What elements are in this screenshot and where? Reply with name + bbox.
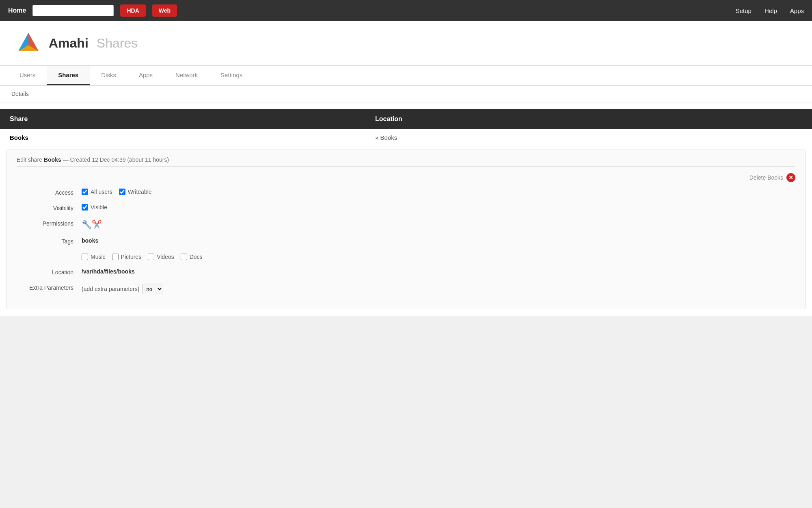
visibility-value: Visible: [82, 204, 107, 211]
visible-checkbox[interactable]: Visible: [82, 204, 107, 211]
topnav-right: Setup Help Apps: [736, 7, 804, 14]
edit-header-pre: Edit share: [17, 156, 42, 163]
tab-users[interactable]: Users: [8, 66, 47, 85]
location-value: /var/hda/files/books: [82, 268, 135, 275]
share-location: » Books: [375, 134, 397, 141]
music-tag-input[interactable]: [82, 254, 88, 260]
tabs-container: Users Shares Disks Apps Network Settings: [0, 65, 812, 86]
table-header: Share Location: [0, 109, 812, 129]
brand-name: Amahi: [49, 36, 89, 51]
location-value-container: /var/hda/files/books: [82, 268, 135, 275]
apps-link[interactable]: Apps: [790, 7, 804, 14]
table-row[interactable]: Books » Books: [0, 129, 812, 146]
help-link[interactable]: Help: [764, 7, 777, 14]
writeable-label: Writeable: [128, 189, 152, 195]
location-label: Location: [17, 268, 82, 276]
visibility-label: Visibility: [17, 204, 82, 211]
tags-value: books: [82, 237, 98, 244]
videos-label: Videos: [157, 254, 174, 260]
docs-label: Docs: [190, 254, 203, 260]
videos-tag-input[interactable]: [148, 254, 154, 260]
permissions-value: 🔧✂️: [82, 219, 102, 229]
tags-value-container: books Music Pictures: [82, 237, 203, 260]
delete-link[interactable]: Delete Books: [749, 174, 783, 181]
edit-panel: Edit share Books — Created 12 Dec 04:39 …: [6, 150, 806, 309]
details-bar: Details: [0, 86, 812, 102]
tab-settings[interactable]: Settings: [209, 66, 254, 85]
edit-header-post: — Created 12 Dec 04:39 (about 11 hours): [63, 156, 169, 163]
search-input[interactable]: [32, 5, 114, 16]
pictures-label: Pictures: [121, 254, 142, 260]
writeable-checkbox[interactable]: Writeable: [119, 189, 152, 195]
share-name: Books: [10, 134, 28, 141]
extra-params-value: (add extra parameters) no yes: [82, 284, 163, 294]
page-title: Shares: [97, 36, 138, 51]
all-users-input[interactable]: [82, 189, 88, 195]
main-content: Users Shares Disks Apps Network Settings…: [0, 65, 812, 316]
tag-options: Music Pictures Videos: [82, 254, 203, 260]
page-header: Amahi Shares: [0, 21, 812, 65]
extra-params-select[interactable]: no yes: [143, 284, 163, 294]
permissions-label: Permissions: [17, 219, 82, 227]
col-share: Share: [0, 109, 365, 129]
details-label: Details: [11, 91, 29, 97]
all-users-label: All users: [91, 189, 112, 195]
permissions-icon[interactable]: 🔧✂️: [82, 219, 102, 229]
home-link[interactable]: Home: [8, 7, 26, 14]
edit-header-name: Books: [44, 156, 61, 163]
tab-disks[interactable]: Disks: [90, 66, 127, 85]
music-label: Music: [91, 254, 106, 260]
videos-tag[interactable]: Videos: [148, 254, 174, 260]
tab-network[interactable]: Network: [164, 66, 209, 85]
delete-area: Delete Books ✕: [17, 173, 795, 182]
music-tag[interactable]: Music: [82, 254, 106, 260]
location-field-row: Location /var/hda/files/books: [17, 268, 795, 276]
access-value: All users Writeable: [82, 189, 152, 195]
visible-label: Visible: [91, 204, 107, 211]
tab-shares[interactable]: Shares: [47, 66, 90, 85]
tab-apps[interactable]: Apps: [127, 66, 164, 85]
tags-label: Tags: [17, 237, 82, 245]
access-label: Access: [17, 189, 82, 196]
amahi-logo: [16, 31, 41, 55]
setup-link[interactable]: Setup: [736, 7, 752, 14]
permissions-field-row: Permissions 🔧✂️: [17, 219, 795, 229]
pictures-tag-input[interactable]: [112, 254, 119, 260]
all-users-checkbox[interactable]: All users: [82, 189, 112, 195]
tags-field-row: Tags books Music: [17, 237, 795, 260]
access-field-row: Access All users Writeable: [17, 189, 795, 196]
edit-header: Edit share Books — Created 12 Dec 04:39 …: [17, 156, 795, 167]
docs-tag-input[interactable]: [181, 254, 187, 260]
extra-params-field-row: Extra Parameters (add extra parameters) …: [17, 284, 795, 294]
docs-tag[interactable]: Docs: [181, 254, 203, 260]
hda-button[interactable]: HDA: [120, 4, 145, 17]
visibility-field-row: Visibility Visible: [17, 204, 795, 211]
topnav: Home HDA Web Setup Help Apps: [0, 0, 812, 21]
extra-params-placeholder: (add extra parameters): [82, 286, 139, 292]
edit-panel-row: Edit share Books — Created 12 Dec 04:39 …: [0, 146, 812, 316]
delete-x-button[interactable]: ✕: [786, 173, 795, 182]
shares-table: Share Location Books » Books E: [0, 109, 812, 316]
writeable-input[interactable]: [119, 189, 125, 195]
extra-params-label: Extra Parameters: [17, 284, 82, 291]
pictures-tag[interactable]: Pictures: [112, 254, 142, 260]
col-location: Location: [365, 109, 812, 129]
visible-input[interactable]: [82, 204, 88, 211]
web-button[interactable]: Web: [152, 4, 177, 17]
